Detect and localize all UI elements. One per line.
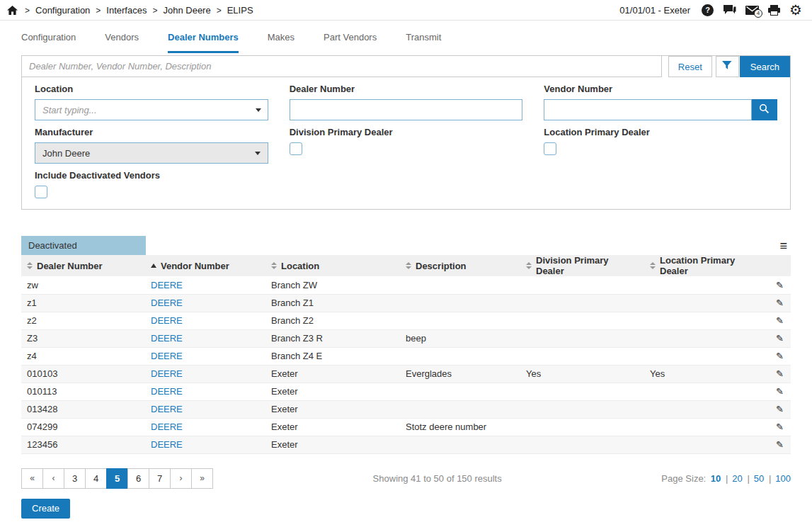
breadcrumb-item-elips[interactable]: ELIPS (211, 5, 253, 16)
cell-location-primary (644, 329, 765, 347)
col-division-primary[interactable]: Division Primary Dealer (520, 255, 644, 276)
cell-division-primary (520, 329, 644, 347)
col-vendor-number[interactable]: Vendor Number (145, 255, 265, 276)
vendor-number-link[interactable]: DEERE (151, 315, 183, 326)
include-deactivated-checkbox[interactable] (35, 186, 47, 198)
vendor-number-link[interactable]: DEERE (151, 351, 183, 361)
page-size-10[interactable]: 10 (711, 473, 721, 484)
tab-configuration[interactable]: Configuration (21, 21, 76, 53)
page-last-button[interactable]: » (191, 468, 213, 489)
cell-location: Exeter (265, 418, 400, 436)
cell-dealer-number: 010113 (21, 383, 145, 400)
mail-icon[interactable]: 4 (745, 6, 759, 15)
col-location-primary[interactable]: Location Primary Dealer (644, 255, 765, 276)
table-row: 123456 DEERE Exeter ✎ (21, 436, 791, 453)
vendor-number-link[interactable]: DEERE (151, 368, 183, 379)
page-size-100[interactable]: 100 (769, 473, 791, 484)
col-location[interactable]: Location (265, 255, 400, 276)
mail-badge: 4 (754, 9, 762, 18)
manufacturer-select[interactable]: John Deere (35, 142, 268, 164)
help-icon[interactable]: ? (702, 4, 714, 16)
location-input[interactable] (35, 99, 268, 120)
cell-location-primary (644, 436, 765, 453)
cell-actions: ✎ (765, 294, 791, 312)
vendor-number-link[interactable]: DEERE (151, 421, 183, 432)
tab-transmit[interactable]: Transmit (406, 21, 441, 53)
cell-description: beep (400, 329, 520, 347)
col-description[interactable]: Description (400, 255, 520, 276)
cell-location: Branch Z2 (265, 312, 400, 329)
cell-actions: ✎ (765, 312, 791, 329)
cell-description: Stotz deere number (400, 418, 520, 436)
printer-icon[interactable] (768, 5, 780, 16)
cell-description (400, 347, 520, 365)
breadcrumb-item-interfaces[interactable]: Interfaces (90, 5, 147, 16)
page-5-button[interactable]: 5 (106, 468, 128, 489)
cell-vendor-number: DEERE (145, 276, 265, 294)
chat-icon[interactable] (723, 4, 736, 16)
table-row: z2 DEERE Branch Z2 ✎ (21, 312, 791, 329)
home-icon[interactable] (7, 6, 18, 15)
sort-icon (650, 262, 656, 269)
page-3-button[interactable]: 3 (64, 468, 86, 489)
cell-dealer-number: 074299 (21, 418, 145, 436)
pager: « ‹ 3 4 5 6 7 › » (21, 468, 213, 489)
vendor-number-link[interactable]: DEERE (151, 386, 183, 397)
cell-vendor-number: DEERE (145, 294, 265, 312)
filter-button[interactable] (716, 56, 739, 77)
division-primary-checkbox[interactable] (290, 142, 302, 155)
edit-icon[interactable]: ✎ (776, 421, 784, 432)
search-button[interactable]: Search (740, 56, 790, 77)
cell-location: Branch Z1 (265, 294, 400, 312)
breadcrumb-item-configuration[interactable]: Configuration (19, 5, 90, 16)
vendor-number-link[interactable]: DEERE (151, 298, 183, 308)
edit-icon[interactable]: ✎ (776, 439, 784, 450)
page-next-button[interactable]: › (170, 468, 192, 489)
table-toolbar: Deactivated ≡ (21, 236, 791, 255)
chevron-down-icon[interactable] (256, 108, 261, 112)
cell-dealer-number: z1 (21, 294, 145, 312)
tab-makes[interactable]: Makes (268, 21, 295, 53)
cell-vendor-number: DEERE (145, 400, 265, 418)
cell-location-primary (644, 294, 765, 312)
edit-icon[interactable]: ✎ (776, 333, 784, 344)
page-6-button[interactable]: 6 (127, 468, 149, 489)
menu-icon[interactable]: ≡ (779, 239, 791, 252)
page-first-button[interactable]: « (21, 468, 43, 489)
edit-icon[interactable]: ✎ (776, 404, 784, 414)
col-actions (765, 255, 791, 276)
vendor-number-link[interactable]: DEERE (151, 404, 183, 414)
tab-dealer-numbers[interactable]: Dealer Numbers (168, 21, 239, 53)
vendor-number-link[interactable]: DEERE (151, 439, 183, 450)
col-dealer-number[interactable]: Dealer Number (21, 255, 145, 276)
dealer-number-input[interactable] (290, 99, 523, 120)
edit-icon[interactable]: ✎ (776, 386, 784, 397)
edit-icon[interactable]: ✎ (776, 368, 784, 379)
tab-vendors[interactable]: Vendors (105, 21, 139, 53)
page-size-50[interactable]: 50 (747, 473, 764, 484)
create-button[interactable]: Create (21, 499, 70, 519)
edit-icon[interactable]: ✎ (776, 298, 784, 308)
vendor-number-link[interactable]: DEERE (151, 280, 183, 290)
reset-button[interactable]: Reset (668, 56, 712, 77)
page-size-20[interactable]: 20 (726, 473, 743, 484)
edit-icon[interactable]: ✎ (776, 315, 784, 326)
page-4-button[interactable]: 4 (85, 468, 107, 489)
page-prev-button[interactable]: ‹ (42, 468, 64, 489)
quick-search-row: Reset Search (22, 56, 790, 77)
vendor-number-link[interactable]: DEERE (151, 333, 183, 344)
vendor-number-input[interactable] (544, 99, 752, 120)
page-7-button[interactable]: 7 (149, 468, 171, 489)
cell-division-primary: Yes (520, 365, 644, 383)
deactivated-tab[interactable]: Deactivated (21, 236, 146, 255)
vendor-search-button[interactable] (752, 99, 777, 120)
tab-part-vendors[interactable]: Part Vendors (324, 21, 377, 53)
gear-icon[interactable]: ⚙ (789, 3, 802, 17)
breadcrumb-item-john-deere[interactable]: John Deere (147, 5, 210, 16)
col-label: Division Primary Dealer (536, 255, 639, 276)
quick-search-input[interactable] (22, 56, 662, 77)
cell-location: Branch Z3 R (265, 329, 400, 347)
edit-icon[interactable]: ✎ (776, 351, 784, 361)
edit-icon[interactable]: ✎ (776, 280, 784, 290)
location-primary-checkbox[interactable] (544, 142, 556, 155)
